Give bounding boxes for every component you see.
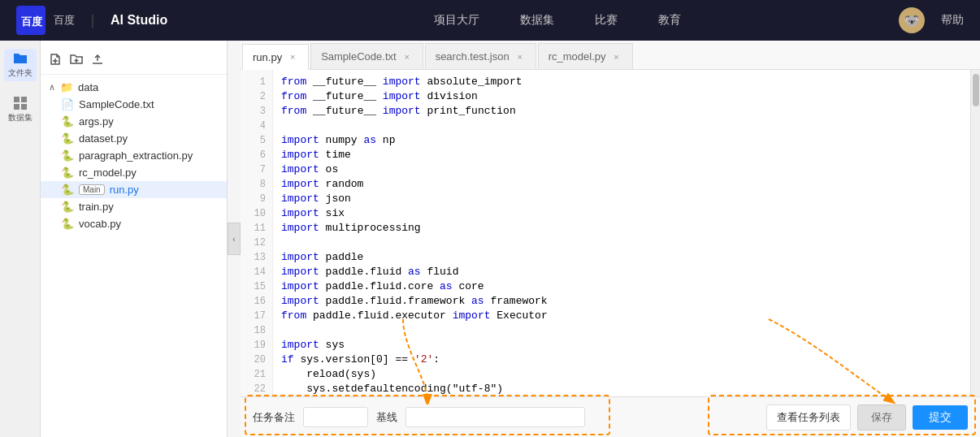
baseline-input[interactable] bbox=[405, 407, 585, 427]
file-icon-vocab: 🐍 bbox=[61, 218, 74, 230]
svg-rect-3 bbox=[14, 104, 20, 110]
sidebar-icons: 文件夹 数据集 bbox=[0, 41, 41, 437]
list-item[interactable]: 🐍 vocab.py bbox=[41, 215, 227, 232]
submit-button[interactable]: 提交 bbox=[913, 405, 968, 430]
nav-education[interactable]: 教育 bbox=[658, 9, 681, 32]
bottom-panel-wrapper: 任务备注 基线 查看任务列表 保存 提交 bbox=[241, 396, 980, 437]
avatar[interactable]: 🐨 bbox=[899, 7, 925, 33]
sidebar-datasets-label: 数据集 bbox=[8, 112, 33, 123]
file-icon-rcmodel: 🐍 bbox=[61, 167, 74, 179]
view-tasks-button[interactable]: 查看任务列表 bbox=[766, 405, 851, 431]
scrollbar-thumb bbox=[973, 74, 979, 106]
tab-samplecode-label: SampleCode.txt bbox=[321, 50, 397, 63]
header: 百度 百度 ｜ AI Studio 项目大厅 数据集 比赛 教育 🐨 帮助 bbox=[0, 0, 980, 41]
folder-name: data bbox=[78, 81, 98, 93]
filename-run: run.py bbox=[110, 184, 139, 196]
tab-run-py-close[interactable]: × bbox=[287, 51, 298, 63]
logo: 百度 百度 ｜ AI Studio bbox=[16, 6, 167, 35]
ai-studio-label: AI Studio bbox=[111, 13, 167, 28]
svg-rect-2 bbox=[21, 97, 27, 102]
main-badge: Main bbox=[79, 184, 105, 195]
filename-args: args.py bbox=[79, 115, 114, 128]
nav-datasets[interactable]: 数据集 bbox=[520, 9, 554, 32]
editor-area: run.py × SampleCode.txt × search.test.js… bbox=[241, 41, 980, 437]
file-icon-paragraph: 🐍 bbox=[61, 149, 74, 162]
upload-icon[interactable] bbox=[91, 53, 104, 66]
list-item[interactable]: 🐍 rc_model.py bbox=[41, 164, 227, 181]
list-item[interactable]: 🐍 paragraph_extraction.py bbox=[41, 147, 227, 164]
tab-rc-model-close[interactable]: × bbox=[611, 51, 622, 63]
root-folder[interactable]: ∧ 📁 data bbox=[41, 79, 227, 96]
line-numbers: 123456789101112131415161718192021222324 bbox=[241, 70, 273, 396]
sidebar-item-files[interactable]: 文件夹 bbox=[4, 49, 37, 81]
filename-paragraph: paragraph_extraction.py bbox=[79, 149, 193, 162]
svg-text:百度: 百度 bbox=[21, 15, 42, 28]
file-tree-toolbar bbox=[41, 49, 227, 75]
folder-icon-small: 📁 bbox=[60, 81, 73, 93]
svg-rect-1 bbox=[14, 97, 20, 102]
sidebar-item-datasets[interactable]: 数据集 bbox=[4, 93, 37, 126]
baidu-logo-icon: 百度 bbox=[16, 6, 46, 35]
filename-train: train.py bbox=[79, 201, 114, 213]
baidu-text: 百度 bbox=[54, 13, 75, 28]
filename-samplecode: SampleCode.txt bbox=[79, 98, 154, 110]
file-icon-args: 🐍 bbox=[61, 115, 74, 128]
file-icon-train: 🐍 bbox=[61, 201, 74, 213]
file-icon-samplecode: 📄 bbox=[61, 98, 74, 110]
list-item[interactable]: 🐍 Main run.py bbox=[41, 181, 227, 198]
tab-run-py-label: run.py bbox=[253, 51, 282, 63]
tab-rc-model[interactable]: rc_model.py × bbox=[538, 43, 633, 69]
tab-samplecode[interactable]: SampleCode.txt × bbox=[310, 43, 423, 69]
list-item[interactable]: 📄 SampleCode.txt bbox=[41, 96, 227, 113]
tab-run-py[interactable]: run.py × bbox=[242, 44, 309, 70]
bottom-panel: 任务备注 基线 查看任务列表 保存 提交 bbox=[241, 396, 980, 437]
new-folder-icon[interactable] bbox=[70, 53, 83, 66]
sidebar-files-label: 文件夹 bbox=[8, 67, 33, 79]
nav-projects[interactable]: 项目大厅 bbox=[434, 9, 479, 32]
code-editor[interactable]: 123456789101112131415161718192021222324 … bbox=[241, 70, 980, 396]
filename-rcmodel: rc_model.py bbox=[79, 167, 137, 179]
scrollbar-vertical[interactable] bbox=[970, 70, 980, 396]
baseline-label: 基线 bbox=[376, 410, 397, 425]
list-item[interactable]: 🐍 args.py bbox=[41, 113, 227, 130]
new-file-icon[interactable] bbox=[49, 53, 62, 66]
save-button[interactable]: 保存 bbox=[857, 405, 906, 431]
grid-icon bbox=[13, 96, 28, 110]
folder-icon bbox=[13, 51, 28, 66]
header-nav: 项目大厅 数据集 比赛 教育 bbox=[216, 9, 899, 32]
tab-samplecode-close[interactable]: × bbox=[401, 51, 413, 63]
file-tree: ∧ 📁 data 📄 SampleCode.txt 🐍 args.py 🐍 da… bbox=[41, 41, 228, 437]
file-icon-run: 🐍 bbox=[61, 184, 74, 196]
tab-search-json-close[interactable]: × bbox=[514, 51, 526, 63]
file-icon-dataset: 🐍 bbox=[61, 132, 74, 145]
filename-dataset: dataset.py bbox=[79, 132, 128, 145]
header-right: 🐨 帮助 bbox=[899, 7, 964, 33]
tab-search-json-label: search.test.json bbox=[436, 50, 510, 63]
svg-rect-4 bbox=[21, 104, 27, 110]
tabs-bar: run.py × SampleCode.txt × search.test.js… bbox=[241, 41, 980, 70]
task-note-input[interactable] bbox=[303, 407, 368, 427]
collapse-panel-button[interactable]: ‹ bbox=[228, 223, 241, 255]
bottom-actions: 查看任务列表 保存 提交 bbox=[766, 405, 968, 431]
list-item[interactable]: 🐍 dataset.py bbox=[41, 130, 227, 147]
help-link[interactable]: 帮助 bbox=[941, 13, 964, 28]
tab-search-json[interactable]: search.test.json × bbox=[425, 43, 536, 69]
filename-vocab: vocab.py bbox=[79, 218, 121, 230]
tab-rc-model-label: rc_model.py bbox=[549, 50, 606, 63]
nav-competition[interactable]: 比赛 bbox=[595, 9, 618, 32]
main-layout: 文件夹 数据集 ∧ bbox=[0, 41, 980, 437]
task-note-label: 任务备注 bbox=[253, 410, 295, 425]
code-content[interactable]: from __future__ import absolute_importfr… bbox=[273, 70, 970, 396]
list-item[interactable]: 🐍 train.py bbox=[41, 198, 227, 215]
